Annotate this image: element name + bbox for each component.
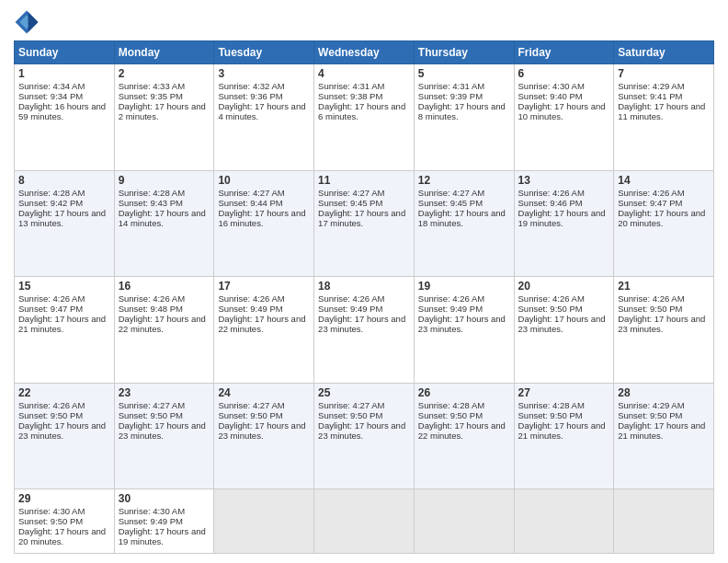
sunrise: Sunrise: 4:32 AM [218,81,284,91]
day-header-friday: Friday [514,41,614,64]
daylight: Daylight: 17 hours and 19 minutes. [518,208,606,228]
calendar-cell: 15Sunrise: 4:26 AMSunset: 9:47 PMDayligh… [15,277,115,384]
daylight: Daylight: 17 hours and 23 minutes. [518,314,606,334]
daylight: Daylight: 17 hours and 11 minutes. [618,101,705,121]
sunset: Sunset: 9:50 PM [518,410,583,420]
calendar-cell: 24Sunrise: 4:27 AMSunset: 9:50 PMDayligh… [214,383,314,489]
sunrise: Sunrise: 4:26 AM [18,293,85,304]
page: SundayMondayTuesdayWednesdayThursdayFrid… [0,0,728,563]
sunrise: Sunrise: 4:26 AM [18,400,85,410]
calendar-cell [414,489,514,554]
calendar-cell: 8Sunrise: 4:28 AMSunset: 9:42 PMDaylight… [15,170,115,277]
day-number: 7 [618,67,710,80]
calendar-cell: 12Sunrise: 4:27 AMSunset: 9:45 PMDayligh… [414,170,514,277]
week-row-2: 8Sunrise: 4:28 AMSunset: 9:42 PMDaylight… [15,170,714,277]
day-number: 16 [119,280,210,293]
calendar-cell: 13Sunrise: 4:26 AMSunset: 9:46 PMDayligh… [514,170,614,277]
sunset: Sunset: 9:41 PM [618,91,682,101]
calendar: SundayMondayTuesdayWednesdayThursdayFrid… [14,40,714,554]
week-row-4: 22Sunrise: 4:26 AMSunset: 9:50 PMDayligh… [15,383,714,489]
calendar-cell: 14Sunrise: 4:26 AMSunset: 9:47 PMDayligh… [614,170,714,277]
daylight: Daylight: 17 hours and 21 minutes. [18,314,106,334]
calendar-cell [614,489,714,554]
day-number: 15 [18,280,110,293]
daylight: Daylight: 17 hours and 23 minutes. [318,314,405,334]
calendar-cell: 4Sunrise: 4:31 AMSunset: 9:38 PMDaylight… [314,64,415,171]
calendar-cell [214,489,314,554]
daylight: Daylight: 17 hours and 6 minutes. [318,101,405,121]
day-number: 8 [18,174,110,187]
sunrise: Sunrise: 4:30 AM [18,506,85,516]
sunrise: Sunrise: 4:26 AM [618,188,684,198]
sunset: Sunset: 9:38 PM [318,91,382,101]
calendar-cell: 5Sunrise: 4:31 AMSunset: 9:39 PMDaylight… [414,64,514,171]
daylight: Daylight: 17 hours and 17 minutes. [318,208,405,228]
day-number: 27 [518,386,610,399]
sunset: Sunset: 9:50 PM [318,410,382,420]
calendar-cell: 2Sunrise: 4:33 AMSunset: 9:35 PMDaylight… [114,64,214,171]
calendar-cell: 17Sunrise: 4:26 AMSunset: 9:49 PMDayligh… [214,277,314,384]
day-number: 18 [318,280,410,293]
sunset: Sunset: 9:49 PM [218,304,282,314]
calendar-cell: 20Sunrise: 4:26 AMSunset: 9:50 PMDayligh… [514,277,614,384]
daylight: Daylight: 17 hours and 10 minutes. [518,101,606,121]
logo-icon [14,9,40,35]
day-number: 4 [318,67,410,80]
daylight: Daylight: 17 hours and 23 minutes. [318,420,405,441]
calendar-cell: 18Sunrise: 4:26 AMSunset: 9:49 PMDayligh… [314,277,415,384]
day-header-wednesday: Wednesday [314,41,415,64]
calendar-cell: 27Sunrise: 4:28 AMSunset: 9:50 PMDayligh… [514,383,614,489]
sunset: Sunset: 9:50 PM [618,304,682,314]
sunrise: Sunrise: 4:26 AM [518,293,585,304]
day-number: 9 [119,174,210,187]
sunrise: Sunrise: 4:27 AM [418,188,484,198]
sunrise: Sunrise: 4:26 AM [418,293,484,304]
day-header-thursday: Thursday [414,41,514,64]
week-row-5: 29Sunrise: 4:30 AMSunset: 9:50 PMDayligh… [15,489,714,554]
sunset: Sunset: 9:34 PM [18,91,83,101]
daylight: Daylight: 17 hours and 22 minutes. [418,420,506,441]
daylight: Daylight: 17 hours and 8 minutes. [418,101,506,121]
sunset: Sunset: 9:39 PM [418,91,483,101]
daylight: Daylight: 17 hours and 14 minutes. [119,208,206,228]
daylight: Daylight: 17 hours and 21 minutes. [518,420,606,441]
sunrise: Sunrise: 4:26 AM [618,293,684,304]
sunrise: Sunrise: 4:27 AM [318,400,384,410]
sunrise: Sunrise: 4:29 AM [618,400,684,410]
day-number: 17 [218,280,310,293]
sunrise: Sunrise: 4:28 AM [18,188,85,198]
calendar-cell: 30Sunrise: 4:30 AMSunset: 9:49 PMDayligh… [114,489,214,554]
day-number: 22 [18,386,110,399]
calendar-cell: 21Sunrise: 4:26 AMSunset: 9:50 PMDayligh… [614,277,714,384]
day-header-saturday: Saturday [614,41,714,64]
calendar-cell: 9Sunrise: 4:28 AMSunset: 9:43 PMDaylight… [114,170,214,277]
daylight: Daylight: 17 hours and 22 minutes. [119,314,206,334]
day-number: 28 [618,386,710,399]
sunset: Sunset: 9:45 PM [418,198,483,208]
calendar-cell: 29Sunrise: 4:30 AMSunset: 9:50 PMDayligh… [15,489,115,554]
calendar-cell: 25Sunrise: 4:27 AMSunset: 9:50 PMDayligh… [314,383,415,489]
calendar-cell: 6Sunrise: 4:30 AMSunset: 9:40 PMDaylight… [514,64,614,171]
day-number: 14 [618,174,710,187]
daylight: Daylight: 17 hours and 23 minutes. [218,420,305,441]
sunrise: Sunrise: 4:34 AM [18,81,85,91]
sunrise: Sunrise: 4:26 AM [119,293,185,304]
calendar-cell: 3Sunrise: 4:32 AMSunset: 9:36 PMDaylight… [214,64,314,171]
sunset: Sunset: 9:49 PM [318,304,382,314]
sunrise: Sunrise: 4:29 AM [618,81,684,91]
sunrise: Sunrise: 4:28 AM [418,400,484,410]
calendar-cell [514,489,614,554]
week-row-3: 15Sunrise: 4:26 AMSunset: 9:47 PMDayligh… [15,277,714,384]
week-row-1: 1Sunrise: 4:34 AMSunset: 9:34 PMDaylight… [15,64,714,171]
day-number: 30 [119,492,210,505]
sunrise: Sunrise: 4:31 AM [318,81,384,91]
sunset: Sunset: 9:47 PM [18,304,83,314]
daylight: Daylight: 17 hours and 23 minutes. [618,314,705,334]
day-number: 1 [18,67,110,80]
day-number: 23 [119,386,210,399]
sunrise: Sunrise: 4:27 AM [318,188,384,198]
daylight: Daylight: 17 hours and 22 minutes. [218,314,305,334]
day-number: 21 [618,280,710,293]
sunset: Sunset: 9:49 PM [119,516,183,526]
logo [14,9,43,35]
